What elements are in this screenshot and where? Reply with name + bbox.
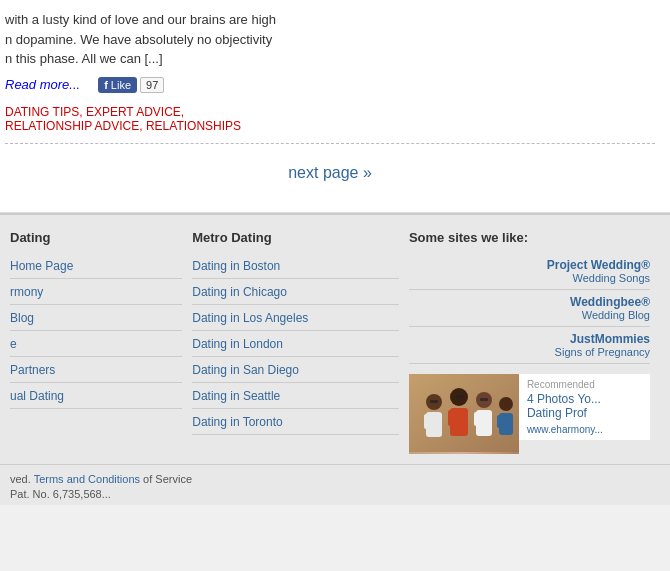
next-page-link[interactable]: next page » [288, 164, 372, 181]
svg-rect-4 [424, 414, 430, 429]
list-item: Dating in Boston [192, 253, 399, 279]
footer-link-boston[interactable]: Dating in Boston [192, 259, 280, 273]
list-item: Dating in San Diego [192, 357, 399, 383]
list-item: Partners [10, 357, 182, 383]
footer-metro-title: Metro Dating [192, 230, 399, 245]
tags-area: DATING TIPS, EXPERT ADVICE, RELATIONSHIP… [5, 105, 655, 133]
tag-dating-tips[interactable]: DATING TIPS [5, 105, 79, 119]
list-item: ual Dating [10, 383, 182, 409]
svg-rect-19 [455, 395, 464, 398]
ad-title: 4 Photos Yo...Dating Prof [527, 392, 642, 420]
site-item-weddingbee: Weddingbee® Wedding Blog [409, 290, 650, 327]
article-section: with a lusty kind of love and our brains… [0, 0, 670, 213]
footer-col-dating: Dating Home Page rmony Blog e Partners u… [10, 230, 192, 454]
list-item: Home Page [10, 253, 182, 279]
svg-rect-5 [436, 414, 442, 429]
footer-link-chicago[interactable]: Dating in Chicago [192, 285, 287, 299]
ad-block: Recommended 4 Photos Yo...Dating Prof ww… [409, 374, 650, 454]
footer: Dating Home Page rmony Blog e Partners u… [0, 213, 670, 464]
list-item: e [10, 331, 182, 357]
read-more-row: Read more... f Like 97 [5, 77, 655, 93]
list-item: Dating in Los Angeles [192, 305, 399, 331]
list-item: Blog [10, 305, 182, 331]
svg-rect-18 [430, 400, 438, 403]
list-item: Dating in London [192, 331, 399, 357]
footer-link-e[interactable]: e [10, 337, 17, 351]
list-item: Dating in Seattle [192, 383, 399, 409]
terms-link[interactable]: Terms and Conditions [34, 473, 140, 485]
ad-url: www.eharmony... [527, 424, 642, 435]
bottom-footer: ved. Terms and Conditions of Service Pat… [0, 464, 670, 505]
footer-link-san-diego[interactable]: Dating in San Diego [192, 363, 299, 377]
svg-rect-9 [461, 410, 468, 426]
fb-icon: f [104, 79, 108, 91]
footer-link-blog[interactable]: Blog [10, 311, 34, 325]
fb-like-button[interactable]: f Like [98, 77, 137, 93]
footer-dating-title: Dating [10, 230, 182, 245]
list-item: Dating in Toronto [192, 409, 399, 435]
svg-rect-12 [474, 412, 480, 426]
pagination-area: next page » [5, 154, 655, 197]
svg-rect-16 [497, 415, 502, 428]
list-item: rmony [10, 279, 182, 305]
site-item-project-wedding: Project Wedding® Wedding Songs [409, 253, 650, 290]
footer-link-partners[interactable]: Partners [10, 363, 55, 377]
footer-link-toronto[interactable]: Dating in Toronto [192, 415, 283, 429]
footer-link-harmony[interactable]: rmony [10, 285, 43, 299]
footer-link-ual-dating[interactable]: ual Dating [10, 389, 64, 403]
ad-image-people [409, 374, 519, 454]
ad-image [409, 374, 519, 454]
footer-link-los-angeles[interactable]: Dating in Los Angeles [192, 311, 308, 325]
footer-link-london[interactable]: Dating in London [192, 337, 283, 351]
list-item: Dating in Chicago [192, 279, 399, 305]
fb-like-area: f Like 97 [98, 77, 164, 93]
ad-content: Recommended 4 Photos Yo...Dating Prof ww… [519, 374, 650, 440]
svg-rect-13 [486, 412, 492, 426]
svg-rect-20 [480, 398, 488, 401]
ad-recommended-label: Recommended [527, 379, 642, 390]
read-more-link[interactable]: Read more... [5, 77, 80, 92]
tag-relationship-advice[interactable]: RELATIONSHIP ADVICE [5, 119, 139, 133]
footer-sites-title: Some sites we like: [409, 230, 650, 245]
footer-link-seattle[interactable]: Dating in Seattle [192, 389, 280, 403]
service-text: of Service [143, 473, 192, 485]
footer-link-homepage[interactable]: Home Page [10, 259, 73, 273]
footer-col-metro: Metro Dating Dating in Boston Dating in … [192, 230, 409, 454]
article-text: with a lusty kind of love and our brains… [5, 10, 655, 69]
svg-rect-8 [448, 410, 455, 426]
footer-metro-list: Dating in Boston Dating in Chicago Datin… [192, 253, 399, 435]
divider [5, 143, 655, 144]
svg-point-14 [499, 397, 513, 411]
patent-text: Pat. No. 6,735,568... [10, 488, 660, 500]
footer-col-sites: Some sites we like: Project Wedding® Wed… [409, 230, 660, 454]
tag-relationships[interactable]: RELATIONSHIPS [146, 119, 241, 133]
reserved-text: ved. [10, 473, 31, 485]
footer-dating-list: Home Page rmony Blog e Partners ual Dati… [10, 253, 182, 409]
footer-columns: Dating Home Page rmony Blog e Partners u… [10, 230, 660, 454]
tag-expert-advice[interactable]: EXPERT ADVICE [86, 105, 181, 119]
site-item-justmommies: JustMommies Signs of Pregnancy [409, 327, 650, 364]
svg-rect-17 [508, 415, 513, 428]
fb-like-count: 97 [140, 77, 164, 93]
